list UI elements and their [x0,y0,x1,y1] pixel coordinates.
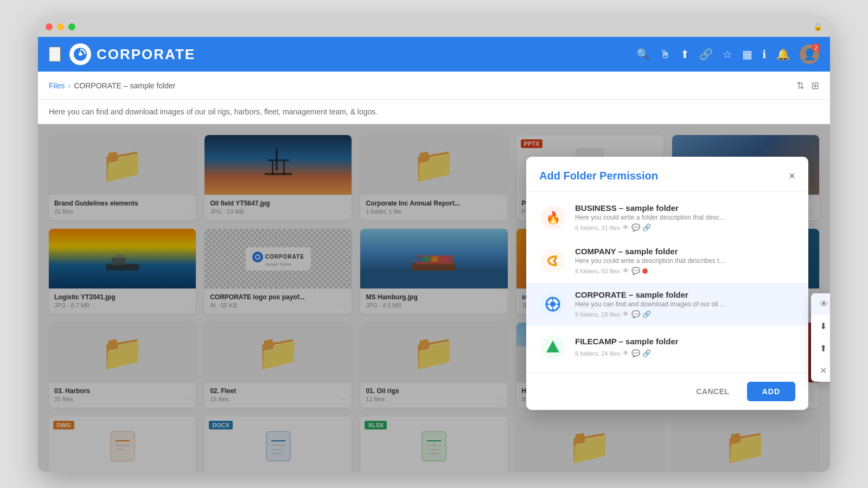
maximize-window-button[interactable] [68,23,75,30]
folder-name: CORPORATE – sample folder [575,290,795,299]
svg-point-49 [541,249,565,273]
breadcrumb: Files › CORPORATE – sample folder [49,81,175,90]
comment-icon: 💬 [631,223,640,232]
company-logo [539,247,566,274]
breadcrumb-current: CORPORATE – sample folder [74,81,175,90]
list-item[interactable]: 🔥 BUSINESS – sample folder Here you coul… [526,196,808,239]
cancel-button[interactable]: CANCEL [685,382,740,401]
modal-title: Add Folder Permission [539,170,658,182]
list-item[interactable]: COMPANY – sample folder Here you could w… [526,239,808,282]
folder-details: FILECAMP – sample folder 8 folders, 24 f… [575,337,795,357]
eye-icon: 👁 [622,349,629,357]
folder-list: 🔥 BUSINESS – sample folder Here you coul… [526,191,808,373]
link-icon: 🔗 [642,223,651,232]
link-icon[interactable]: 🔗 [699,48,713,61]
modal-header: Add Folder Permission × [526,157,808,191]
search-icon[interactable]: 🔍 [636,48,650,61]
perm-download[interactable]: ⬇ +Download [811,315,830,337]
red-dot [642,268,648,274]
folder-desc: Here you can find and download images of… [575,300,727,308]
traffic-lights [46,23,75,30]
folder-details: CORPORATE – sample folder Here you can f… [575,290,795,318]
grid-icon[interactable]: ▦ [742,48,752,61]
star-icon[interactable]: ☆ [723,48,732,61]
sort-icon[interactable]: ⇅ [796,80,805,92]
main-content: 📁 Brand Guidelines elements 21 files ··· [38,124,830,472]
lock-icon: 🔒 [813,22,822,31]
download-icon: ⬇ [820,321,827,331]
business-logo: 🔥 [539,204,566,231]
folder-name: BUSINESS – sample folder [575,203,795,213]
svg-text:🔥: 🔥 [546,210,561,225]
comment-icon: 💬 [631,310,640,318]
folder-meta: 8 folders, 18 files 👁 💬 🔗 [575,310,795,318]
list-item[interactable]: CORPORATE – sample folder Here you can f… [526,282,808,326]
folder-desc: Here you could write a description that … [575,257,727,265]
eye-icon: 👁 [622,223,629,232]
modal-footer: CANCEL ADD [526,373,808,410]
avatar-container: 👤 2 [800,44,819,64]
breadcrumb-root[interactable]: Files [49,81,65,90]
folder-meta: 8 folders, 24 files 👁 💬 🔗 [575,349,795,357]
breadcrumb-bar: Files › CORPORATE – sample folder ⇅ ⊞ [38,72,830,100]
remove-icon: ✕ [820,365,827,376]
description-bar: Here you can find and download images of… [38,100,830,124]
upload-icon[interactable]: ⬆ [680,48,690,61]
perm-view-only[interactable]: 👁 View only [811,293,830,315]
info-icon[interactable]: ℹ [762,48,767,61]
cursor-icon[interactable]: 🖱 [660,48,671,61]
folder-description: Here you can find and download images of… [49,107,378,116]
upload-icon: ⬆ [820,343,827,354]
app-title: CORPORATE [97,46,195,63]
link-icon: 🔗 [642,310,651,318]
perm-upload[interactable]: ⬆ +Upload [811,337,830,359]
folder-meta: 8 folders, 50 files 👁 💬 [575,267,795,275]
folder-details: COMPANY – sample folder Here you could w… [575,247,795,275]
modal-close-button[interactable]: × [789,170,795,182]
header-actions: 🔍 🖱 ⬆ 🔗 ☆ ▦ ℹ 🔔 👤 2 [636,44,819,64]
logo-area: CORPORATE [69,43,195,65]
bell-icon[interactable]: 🔔 [776,48,790,61]
list-item[interactable]: FILECAMP – sample folder 8 folders, 24 f… [526,326,808,368]
eye-icon: 👁 [622,310,629,318]
close-window-button[interactable] [46,23,53,30]
folder-details: BUSINESS – sample folder Here you could … [575,203,795,232]
breadcrumb-actions: ⇅ ⊞ [796,80,819,92]
folder-meta: 6 folders, 31 files 👁 💬 🔗 [575,223,795,232]
link-icon: 🔗 [642,349,651,357]
permission-dropdown: 👁 View only ⬇ +Download ⬆ +Upload [811,293,830,382]
hamburger-menu-button[interactable]: ☰ [49,47,61,62]
comment-icon: 💬 [631,267,640,275]
modal-overlay: Add Folder Permission × 🔥 [38,124,830,472]
eye-icon: 👁 [820,299,828,309]
view-grid-icon[interactable]: ⊞ [811,80,819,92]
app-logo [69,43,91,65]
title-bar: 🔒 [38,16,830,37]
breadcrumb-separator: › [68,81,71,90]
add-folder-permission-modal: Add Folder Permission × 🔥 [526,157,808,410]
folder-desc: Here you could write a folder descriptio… [575,214,727,221]
folder-name: FILECAMP – sample folder [575,337,795,346]
svg-point-52 [550,301,556,307]
add-button[interactable]: ADD [747,382,795,401]
corporate-logo [539,291,566,318]
eye-icon: 👁 [622,267,629,275]
perm-remove[interactable]: ✕ Remove [811,359,830,382]
app-header: ☰ CORPORATE 🔍 🖱 ⬆ 🔗 ☆ ▦ ℹ 🔔 [38,37,830,72]
notification-badge: 2 [812,43,820,52]
minimize-window-button[interactable] [57,23,64,30]
app-window: 🔒 ☰ CORPORATE 🔍 🖱 ⬆ 🔗 ☆ ▦ ℹ 🔔 [38,16,830,472]
filecamp-logo [539,333,566,361]
comment-icon: 💬 [631,349,640,357]
folder-name: COMPANY – sample folder [575,247,795,256]
